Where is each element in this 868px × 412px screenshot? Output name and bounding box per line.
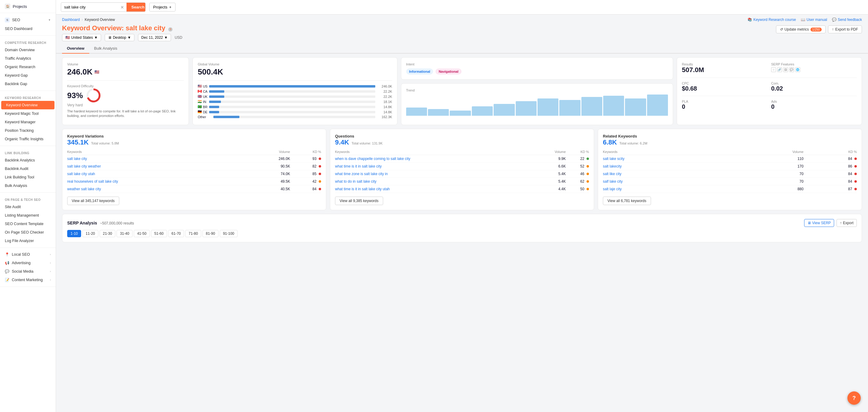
sidebar-item-keyword-manager[interactable]: Keyword Manager bbox=[0, 118, 56, 126]
global-volume-value: 500.4K bbox=[198, 67, 392, 77]
page-tab-61-70[interactable]: 61-70 bbox=[168, 230, 184, 237]
view-all-questions-button[interactable]: View all 9,385 keywords bbox=[335, 197, 383, 205]
update-metrics-button[interactable]: ↺ Update metrics 1/250 bbox=[776, 25, 826, 33]
export-serp-button[interactable]: ↑ Export bbox=[837, 219, 857, 227]
us-flag-small: 🇺🇸 bbox=[94, 70, 99, 74]
page-tab-1-10[interactable]: 1-10 bbox=[67, 230, 81, 237]
seo-parent[interactable]: S SEO ▼ bbox=[0, 16, 56, 25]
results-grid-3: PLA 0 Ads 0 bbox=[682, 100, 857, 110]
view-all-related-button[interactable]: View all 6,781 keywords bbox=[603, 197, 651, 205]
kw-variations-total: Total volume: 5.8M bbox=[91, 142, 119, 145]
sidebar-item-social-media[interactable]: 💬Social Media › bbox=[0, 267, 56, 276]
sidebar-item-advertising[interactable]: 📢Advertising › bbox=[0, 259, 56, 267]
manual-icon: 📖 bbox=[801, 18, 805, 22]
sidebar-item-traffic-analytics[interactable]: Traffic Analytics bbox=[0, 54, 56, 63]
kw-link[interactable]: what to do in salt lake city bbox=[335, 179, 376, 184]
kd-dot-orange bbox=[319, 180, 321, 183]
tab-overview[interactable]: Overview bbox=[62, 43, 89, 54]
sidebar-item-organic-research[interactable]: Organic Research bbox=[0, 63, 56, 71]
page-tab-21-30[interactable]: 21-30 bbox=[100, 230, 116, 237]
currency-label: USD bbox=[175, 35, 182, 40]
country-filter[interactable]: 🇺🇸 United States ▼ bbox=[62, 34, 101, 41]
results-item-serp: SERP Features ☆ 🔗 🖼 💬 🌐 bbox=[771, 62, 857, 74]
parent-nav-section: 📍Local SEO › 📢Advertising › 💬Social Medi… bbox=[0, 248, 56, 287]
projects-button[interactable]: Projects + bbox=[149, 3, 176, 11]
date-filter[interactable]: Dec 11, 2022 ▼ bbox=[138, 34, 171, 41]
keyword-research-course-link[interactable]: 📚 Keyword Research course bbox=[748, 18, 796, 22]
sidebar-item-organic-traffic-insights[interactable]: Organic Traffic Insights bbox=[0, 135, 56, 143]
page-title-info-icon[interactable]: ? bbox=[168, 27, 173, 31]
sidebar-item-on-page-checker[interactable]: On Page SEO Checker bbox=[0, 228, 56, 237]
page-tab-11-20[interactable]: 11-20 bbox=[82, 230, 98, 237]
sidebar-item-local-seo[interactable]: 📍Local SEO › bbox=[0, 250, 56, 259]
bar-fill-de bbox=[209, 111, 219, 113]
kw-link[interactable]: salt lakecity bbox=[603, 164, 622, 169]
search-input[interactable] bbox=[61, 3, 118, 11]
sidebar-item-site-audit[interactable]: Site Audit bbox=[0, 203, 56, 211]
sidebar-item-log-file-analyzer[interactable]: Log File Analyzer bbox=[0, 237, 56, 245]
view-serp-button[interactable]: 🖥 View SERP bbox=[804, 219, 834, 227]
kw-link[interactable]: salf lake city bbox=[603, 179, 623, 184]
sidebar-item-keyword-magic[interactable]: Keyword Magic Tool bbox=[0, 109, 56, 118]
serp-analysis-section: SERP Analysis ~507,000,000 results 🖥 Vie… bbox=[56, 214, 868, 246]
competitive-label: COMPETITIVE RESEARCH bbox=[0, 38, 56, 46]
page-tab-91-100[interactable]: 91-100 bbox=[220, 230, 238, 237]
tab-bulk-analysis[interactable]: Bulk Analysis bbox=[89, 43, 122, 54]
kw-link[interactable]: when is dave chappelle coming to salt la… bbox=[335, 157, 410, 161]
export-pdf-button[interactable]: ↑ Export to PDF bbox=[828, 25, 862, 33]
sidebar-item-listing-mgmt[interactable]: Listing Management bbox=[0, 211, 56, 219]
breadcrumb-home[interactable]: Dashboard bbox=[62, 18, 80, 22]
kw-link[interactable]: what time is it in salt lake city utah bbox=[335, 187, 390, 191]
help-button[interactable]: ? bbox=[847, 391, 861, 405]
pagination-tabs: 1-10 11-20 21-30 31-40 41-50 51-60 61-70… bbox=[67, 230, 857, 237]
device-filter[interactable]: 🖥 Desktop ▼ bbox=[105, 34, 134, 41]
page-tab-41-50[interactable]: 41-50 bbox=[134, 230, 150, 237]
sidebar-item-backlink-analytics[interactable]: Backlink Analytics bbox=[0, 156, 56, 165]
sidebar-item-bulk-analysis[interactable]: Bulk Analysis bbox=[0, 181, 56, 190]
trend-bar-12 bbox=[647, 94, 668, 116]
search-clear-icon[interactable]: ✕ bbox=[118, 4, 126, 11]
page-tab-71-80[interactable]: 71-80 bbox=[185, 230, 201, 237]
page-tab-81-90[interactable]: 81-90 bbox=[203, 230, 218, 237]
kd-description: The hardest keyword to compete for. It w… bbox=[67, 109, 184, 118]
kw-link[interactable]: what time zone is salt lake city in bbox=[335, 172, 388, 176]
sidebar-item-seo-dashboard[interactable]: SEO Dashboard bbox=[0, 25, 56, 33]
kd-dot-orange bbox=[587, 165, 589, 168]
kw-link[interactable]: salt like city bbox=[603, 172, 621, 176]
trend-bar-7 bbox=[537, 98, 558, 116]
keyword-research-label: KEYWORD RESEARCH bbox=[0, 93, 56, 101]
sidebar-item-backlink-audit[interactable]: Backlink Audit bbox=[0, 165, 56, 173]
sidebar-item-keyword-gap[interactable]: Keyword Gap bbox=[0, 71, 56, 80]
sidebar-item-backlink-gap[interactable]: Backlink Gap bbox=[0, 80, 56, 88]
kd-value-row: 93% bbox=[67, 88, 184, 103]
sidebar-item-position-tracking[interactable]: Position Tracking bbox=[0, 126, 56, 135]
kw-questions-table: Keywords Volume KD % when is dave chappe… bbox=[335, 149, 589, 193]
user-manual-link[interactable]: 📖 User manual bbox=[801, 18, 827, 22]
cpc-value: $0.68 bbox=[682, 85, 768, 92]
search-button[interactable]: Search bbox=[126, 3, 146, 11]
kw-link[interactable]: salt lake city utah bbox=[67, 172, 95, 176]
page-tab-31-40[interactable]: 31-40 bbox=[117, 230, 132, 237]
table-row: salt lake city 246.0K 93 bbox=[67, 155, 321, 163]
sidebar-item-content-marketing[interactable]: 📝Content Marketing › bbox=[0, 276, 56, 284]
course-icon: 📚 bbox=[748, 18, 752, 22]
kw-link[interactable]: salt lake scity bbox=[603, 157, 624, 161]
kw-link[interactable]: salt laje city bbox=[603, 187, 622, 191]
kw-link[interactable]: real housewives of salt lake city bbox=[67, 179, 118, 184]
kd-section: Keyword Difficulty 93% Very hard The har… bbox=[67, 84, 184, 118]
send-feedback-link[interactable]: 💬 Send feedback bbox=[832, 18, 862, 22]
kw-link[interactable]: what time is it in salt lake city bbox=[335, 164, 382, 169]
serp-analysis-card: SERP Analysis ~507,000,000 results 🖥 Vie… bbox=[62, 214, 862, 242]
view-all-variations-button[interactable]: View all 345,147 keywords bbox=[67, 197, 119, 205]
kw-link[interactable]: salt lake city bbox=[67, 157, 87, 161]
sidebar-item-keyword-overview[interactable]: Keyword Overview bbox=[1, 101, 55, 109]
kw-link[interactable]: salt lake city weather bbox=[67, 164, 101, 169]
page-tab-51-60[interactable]: 51-60 bbox=[151, 230, 167, 237]
sidebar-item-link-building[interactable]: Link Building Tool bbox=[0, 173, 56, 181]
kw-link[interactable]: weather salt lake city bbox=[67, 187, 101, 191]
sidebar-item-domain-overview[interactable]: Domain Overview bbox=[0, 46, 56, 54]
keyword-research-section: KEYWORD RESEARCH Keyword Overview Keywor… bbox=[0, 91, 56, 146]
kd-donut-chart bbox=[86, 88, 101, 103]
sidebar-item-seo-content-template[interactable]: SEO Content Template bbox=[0, 219, 56, 228]
projects-header[interactable]: 🏠 Projects bbox=[0, 0, 56, 13]
